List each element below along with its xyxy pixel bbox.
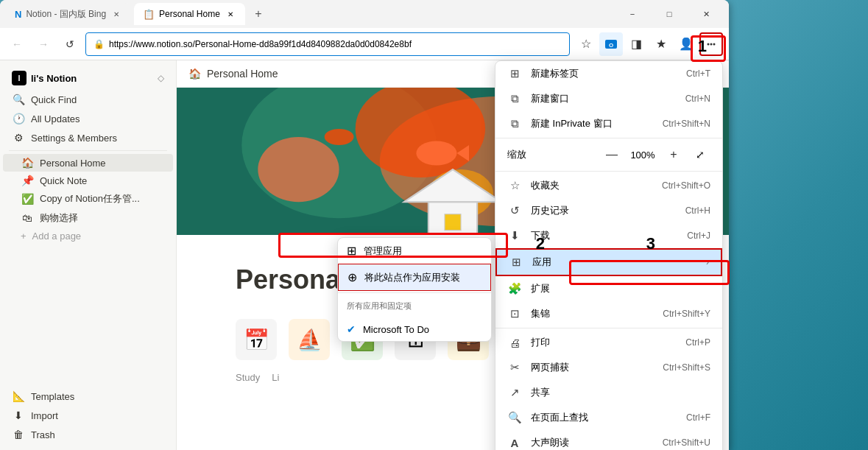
sidebar-all-updates-label: All Updates xyxy=(31,113,164,124)
menu-inprivate-label: 新建 InPrivate 窗口 xyxy=(531,117,654,130)
sidebar-templates-label: Templates xyxy=(31,391,164,402)
sidebar-page-notion-copy[interactable]: ✅ Copy of Notion任务管... xyxy=(3,189,173,208)
menu-find-label: 在页面上查找 xyxy=(531,411,677,424)
sidebar-page-personal-home[interactable]: 🏠 Personal Home xyxy=(3,154,173,172)
all-apps-label: 所有应用和固定项 xyxy=(347,300,412,312)
menu-favorites-shortcut: Ctrl+Shift+O xyxy=(662,180,710,191)
tab-notion-bing[interactable]: N Notion - 国内版 Bing ✕ xyxy=(6,3,131,25)
menu-share-label: 共享 xyxy=(531,386,710,399)
apps-submenu: ⊞ 管理应用 ⊕ 将此站点作为应用安装 所有应用和固定项 ✔ Microsoft… xyxy=(337,237,492,342)
tab-personal-home[interactable]: 📋 Personal Home ✕ xyxy=(134,3,245,25)
menu-divider-2 xyxy=(495,171,722,172)
zoom-expand-button[interactable]: ⤢ xyxy=(690,144,710,165)
menu-item-find[interactable]: 🔍 在页面上查找 Ctrl+F xyxy=(495,405,722,430)
tab-personal-home-label: Personal Home xyxy=(159,9,220,19)
pin-icon: 📌 xyxy=(21,175,34,186)
favorites-icon[interactable]: ☆ xyxy=(574,32,598,56)
workspace-header[interactable]: l li's Notion ◇ xyxy=(3,66,173,90)
sidebar-trash[interactable]: 🗑 Trash xyxy=(3,425,173,444)
sidebar-personal-home-label: Personal Home xyxy=(40,158,106,169)
capture-menu-icon: ✂ xyxy=(507,361,522,374)
sidebar: l li's Notion ◇ 🔍 Quick Find 🕐 All Updat… xyxy=(0,60,177,450)
sidebar-item-settings[interactable]: ⚙ Settings & Members xyxy=(3,128,173,147)
menu-downloads-label: 下载 xyxy=(531,229,678,242)
sidebar-item-quick-find[interactable]: 🔍 Quick Find xyxy=(3,90,173,109)
maximize-button[interactable]: □ xyxy=(652,3,686,25)
menu-item-read-aloud[interactable]: A 大声朗读 Ctrl+Shift+U xyxy=(495,430,722,450)
sidebar-page-shopping[interactable]: 🛍 购物选择 xyxy=(3,208,173,228)
add-page-button[interactable]: + Add a page xyxy=(3,228,173,245)
menu-item-downloads[interactable]: ⬇ 下载 Ctrl+J xyxy=(495,223,722,248)
tab-personal-home-close[interactable]: ✕ xyxy=(225,8,236,20)
trash-icon: 🗑 xyxy=(12,429,25,440)
menu-read-aloud-shortcut: Ctrl+Shift+U xyxy=(663,437,710,448)
collections-icon[interactable]: ◨ xyxy=(624,32,648,56)
zoom-plus-button[interactable]: + xyxy=(663,144,684,165)
menu-item-history[interactable]: ↺ 历史记录 Ctrl+H xyxy=(495,198,722,223)
menu-item-favorites[interactable]: ☆ 收藏夹 Ctrl+Shift+O xyxy=(495,173,722,198)
profile-icon[interactable]: 👤 xyxy=(674,32,698,56)
page-header-icon: 🏠 xyxy=(188,68,201,80)
print-menu-icon: 🖨 xyxy=(507,337,522,349)
outlook-icon[interactable]: O xyxy=(599,32,623,56)
menu-item-share[interactable]: ↗ 共享 xyxy=(495,380,722,405)
calendar-icon-item[interactable]: 📅 xyxy=(236,319,277,360)
menu-divider-3 xyxy=(495,328,722,328)
sidebar-page-quick-note[interactable]: 📌 Quick Note xyxy=(3,172,173,189)
browser-menu: ⊞ 新建标签页 Ctrl+T ⧉ 新建窗口 Ctrl+N ⧉ 新建 InPriv… xyxy=(495,60,723,450)
menu-capture-label: 网页捕获 xyxy=(531,361,654,374)
menu-item-inprivate[interactable]: ⧉ 新建 InPrivate 窗口 Ctrl+Shift+N xyxy=(495,111,722,136)
templates-icon: 📐 xyxy=(12,390,25,402)
toolbar-icons: ☆ O ◨ ★ 👤 xyxy=(574,32,723,56)
zoom-minus-button[interactable]: — xyxy=(601,144,622,165)
reading-list-icon[interactable]: ★ xyxy=(649,32,673,56)
tab-notion-bing-close[interactable]: ✕ xyxy=(110,8,122,20)
window-controls: − □ ✕ xyxy=(615,3,723,25)
menu-favorites-label: 收藏夹 xyxy=(531,179,653,192)
submenu-microsoft-todo[interactable]: ✔ Microsoft To Do xyxy=(338,317,491,341)
minimize-button[interactable]: − xyxy=(615,3,649,25)
menu-print-label: 打印 xyxy=(531,336,677,349)
collections-menu-icon: ⊡ xyxy=(507,307,522,320)
zoom-value: 100% xyxy=(628,150,657,161)
submenu-install-site[interactable]: ⊕ 将此站点作为应用安装 xyxy=(338,264,491,291)
menu-item-extensions[interactable]: 🧩 扩展 xyxy=(495,276,722,301)
url-bar[interactable]: 🔒 https://www.notion.so/Personal-Home-dd… xyxy=(85,32,570,56)
menu-divider-1 xyxy=(495,138,722,138)
sidebar-item-all-updates[interactable]: 🕐 All Updates xyxy=(3,109,173,128)
history-menu-icon: ↺ xyxy=(507,204,522,217)
tab-notion-bing-label: Notion - 国内版 Bing xyxy=(26,8,106,21)
workspace-expand-icon: ◇ xyxy=(158,73,164,83)
menu-print-shortcut: Ctrl+P xyxy=(685,337,710,348)
study-label: Study xyxy=(236,372,260,383)
submenu-manage-apps[interactable]: ⊞ 管理应用 xyxy=(338,238,491,264)
read-aloud-menu-icon: A xyxy=(507,437,522,449)
svg-point-14 xyxy=(325,129,354,145)
svg-point-2 xyxy=(708,43,710,45)
back-button[interactable]: ← xyxy=(6,33,28,55)
sidebar-import[interactable]: ⬇ Import xyxy=(3,406,173,425)
refresh-button[interactable]: ↺ xyxy=(59,33,81,55)
plus-icon: + xyxy=(21,231,27,242)
menu-new-tab-shortcut: Ctrl+T xyxy=(686,68,710,79)
menu-item-new-window[interactable]: ⧉ 新建窗口 Ctrl+N xyxy=(495,86,722,111)
menu-downloads-shortcut: Ctrl+J xyxy=(687,231,710,241)
menu-item-collections[interactable]: ⊡ 集锦 Ctrl+Shift+Y xyxy=(495,301,722,326)
page-header-title: Personal Home xyxy=(207,68,278,80)
menu-item-apps[interactable]: ⊞ 应用 › xyxy=(495,248,722,276)
sidebar-templates[interactable]: 📐 Templates xyxy=(3,387,173,406)
close-button[interactable]: ✕ xyxy=(689,3,723,25)
import-icon: ⬇ xyxy=(12,409,25,421)
install-site-icon: ⊕ xyxy=(347,270,357,284)
ship-icon-item[interactable]: ⛵ xyxy=(289,319,330,360)
menu-item-new-tab[interactable]: ⊞ 新建标签页 Ctrl+T xyxy=(495,61,722,86)
li-label: Li xyxy=(272,372,279,383)
new-tab-button[interactable]: + xyxy=(248,4,269,24)
svg-text:O: O xyxy=(609,42,613,49)
svg-rect-18 xyxy=(445,214,461,231)
menu-item-print[interactable]: 🖨 打印 Ctrl+P xyxy=(495,330,722,355)
new-window-menu-icon: ⧉ xyxy=(507,92,522,105)
menu-item-capture[interactable]: ✂ 网页捕获 Ctrl+Shift+S xyxy=(495,355,722,380)
settings-menu-button[interactable] xyxy=(699,32,723,56)
forward-button[interactable]: → xyxy=(32,33,54,55)
